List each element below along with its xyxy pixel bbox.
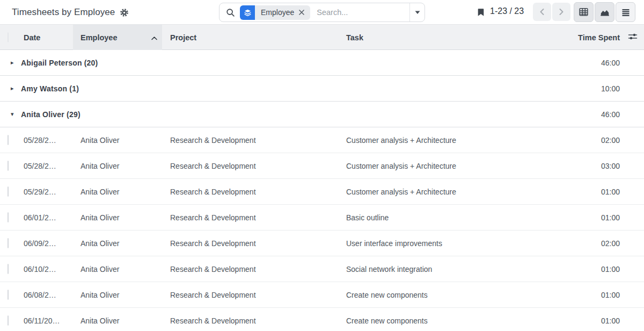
cell-time-spent: 02:00	[547, 239, 623, 248]
group-caret-icon: ▸	[11, 85, 16, 92]
search-dropdown-toggle[interactable]	[410, 10, 425, 15]
row-checkbox[interactable]	[8, 264, 9, 274]
page-title: Timesheets by Employee	[12, 7, 115, 18]
top-bar: Timesheets by Employee E	[0, 0, 644, 25]
cell-project: Research & Development	[162, 188, 343, 196]
cell-employee: Anita Oliver	[73, 213, 162, 222]
table-header: Date Employee Project Task Time Spent	[0, 25, 644, 50]
cell-employee: Anita Oliver	[73, 291, 162, 299]
table-row[interactable]: 06/08/2… Anita Oliver Research & Develop…	[0, 282, 644, 308]
search-icon	[226, 8, 235, 17]
cell-task: Create new components	[343, 316, 547, 325]
cell-project: Research & Development	[162, 162, 343, 170]
column-header-project[interactable]: Project	[162, 33, 343, 42]
cell-task: Customer analysis + Architecture	[343, 162, 547, 170]
row-checkbox[interactable]	[8, 186, 9, 197]
cell-date: 06/10/2…	[24, 265, 73, 274]
bookmark-icon[interactable]	[477, 8, 485, 17]
cell-project: Research & Development	[162, 239, 343, 248]
group-caret-icon: ▾	[11, 111, 16, 118]
cell-date: 05/28/2…	[24, 162, 73, 170]
table-row[interactable]: 06/01/2… Anita Oliver Research & Develop…	[0, 205, 644, 231]
list-view-button[interactable]	[616, 2, 635, 22]
cell-employee: Anita Oliver	[73, 188, 162, 196]
cell-project: Research & Development	[162, 265, 343, 274]
cell-date: 06/01/2…	[24, 213, 73, 222]
search-bar[interactable]: Employee Search...	[219, 3, 425, 22]
row-checkbox[interactable]	[8, 161, 9, 171]
table-row[interactable]: 06/09/2… Anita Oliver Research & Develop…	[0, 231, 644, 256]
table-row[interactable]: 06/10/2… Anita Oliver Research & Develop…	[0, 256, 644, 282]
table-body: ▸ Abigail Peterson (20) 46:00 ▸ Amy Wats…	[0, 50, 644, 331]
group-total-time: 46:00	[547, 59, 623, 67]
column-header-time-spent[interactable]: Time Spent	[547, 33, 623, 42]
cell-employee: Anita Oliver	[73, 162, 162, 170]
column-header-date[interactable]: Date	[24, 33, 73, 42]
cell-task: User interface improvements	[343, 239, 547, 248]
cell-employee: Anita Oliver	[73, 239, 162, 248]
cell-time-spent: 01:00	[547, 213, 623, 222]
cell-task: Social network integration	[343, 265, 547, 274]
row-checkbox[interactable]	[8, 135, 9, 145]
cell-time-spent: 03:00	[547, 162, 623, 170]
select-all-checkbox[interactable]	[8, 32, 9, 42]
pager-previous-button[interactable]	[533, 3, 551, 21]
cell-task: Create new components	[343, 291, 547, 299]
cell-time-spent: 01:00	[547, 188, 623, 196]
cell-task: Customer analysis + Architecture	[343, 136, 547, 145]
cell-time-spent: 01:00	[547, 265, 623, 274]
cell-task: Customer analysis + Architecture	[343, 188, 547, 196]
column-header-employee[interactable]: Employee	[73, 25, 162, 50]
cell-task: Basic outline	[343, 213, 547, 222]
search-filter-chip[interactable]: Employee	[240, 5, 310, 20]
graph-view-button[interactable]	[595, 2, 614, 22]
group-caret-icon: ▸	[11, 59, 16, 66]
group-name: Amy Watson (1)	[21, 84, 79, 93]
cell-date: 05/29/2…	[24, 188, 73, 196]
pager-next-button[interactable]	[552, 3, 570, 21]
cell-date: 05/28/2…	[24, 136, 73, 145]
group-row[interactable]: ▾ Anita Oliver (29) 46:00	[0, 102, 644, 127]
cell-date: 06/11/20…	[24, 316, 73, 325]
row-checkbox[interactable]	[8, 290, 9, 300]
cell-project: Research & Development	[162, 213, 343, 222]
pager-range: 1-23 / 23	[490, 6, 524, 16]
cell-project: Research & Development	[162, 291, 343, 299]
group-total-time: 46:00	[547, 110, 623, 119]
table-row[interactable]: 05/28/2… Anita Oliver Research & Develop…	[0, 153, 644, 179]
row-checkbox[interactable]	[8, 238, 9, 248]
cell-employee: Anita Oliver	[73, 136, 162, 145]
table-row[interactable]: 06/11/20… Anita Oliver Research & Develo…	[0, 308, 644, 331]
optional-columns-icon[interactable]	[628, 32, 638, 43]
group-row[interactable]: ▸ Abigail Peterson (20) 46:00	[0, 50, 644, 76]
cell-date: 06/09/2…	[24, 239, 73, 248]
cell-employee: Anita Oliver	[73, 265, 162, 274]
cell-time-spent: 01:00	[547, 316, 623, 325]
search-input[interactable]: Search...	[317, 8, 409, 17]
group-name: Anita Oliver (29)	[21, 110, 80, 119]
group-row[interactable]: ▸ Amy Watson (1) 10:00	[0, 76, 644, 102]
group-total-time: 10:00	[547, 84, 623, 93]
remove-filter-icon[interactable]	[298, 9, 305, 16]
column-header-task[interactable]: Task	[343, 33, 547, 42]
table-row[interactable]: 05/29/2… Anita Oliver Research & Develop…	[0, 179, 644, 205]
group-name: Abigail Peterson (20)	[21, 59, 98, 67]
cell-time-spent: 02:00	[547, 136, 623, 145]
gear-icon[interactable]	[120, 8, 129, 17]
cell-employee: Anita Oliver	[73, 316, 162, 325]
sort-ascending-icon	[151, 34, 158, 42]
pivot-view-button[interactable]	[574, 2, 594, 22]
layers-icon	[240, 5, 255, 20]
filter-chip-label: Employee	[261, 8, 294, 17]
table-row[interactable]: 05/28/2… Anita Oliver Research & Develop…	[0, 127, 644, 153]
cell-time-spent: 01:00	[547, 291, 623, 299]
row-checkbox[interactable]	[8, 212, 9, 222]
cell-project: Research & Development	[162, 316, 343, 325]
row-checkbox[interactable]	[8, 315, 9, 326]
cell-date: 06/08/2…	[24, 291, 73, 299]
cell-project: Research & Development	[162, 136, 343, 145]
